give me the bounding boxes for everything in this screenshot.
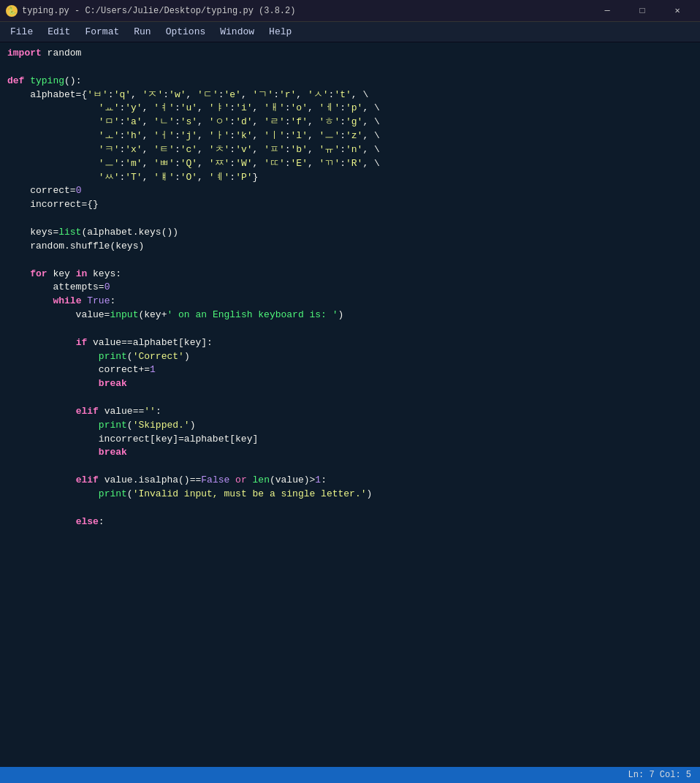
window-title: typing.py - C:/Users/Julie/Desktop/typin… — [22, 6, 295, 16]
menu-file[interactable]: File — [3, 23, 40, 40]
menu-format[interactable]: Format — [77, 23, 126, 40]
titlebar: 🐍 typing.py - C:/Users/Julie/Desktop/typ… — [0, 0, 700, 22]
close-button[interactable]: ✕ — [661, 0, 694, 22]
statusbar: Ln: 7 Col: 5 — [0, 767, 700, 783]
window-controls[interactable]: — □ ✕ — [590, 0, 694, 22]
menubar: File Edit Format Run Options Window Help — [0, 22, 700, 42]
menu-run[interactable]: Run — [126, 23, 158, 40]
maximize-button[interactable]: □ — [625, 0, 659, 22]
menu-help[interactable]: Help — [262, 23, 299, 40]
code-editor[interactable]: import random def typing(): alphabet={'ㅂ… — [0, 42, 700, 767]
menu-edit[interactable]: Edit — [40, 23, 77, 40]
minimize-button[interactable]: — — [590, 0, 624, 22]
menu-window[interactable]: Window — [213, 23, 262, 40]
app-icon: 🐍 — [6, 5, 18, 17]
menu-options[interactable]: Options — [159, 23, 213, 40]
code-content: import random def typing(): alphabet={'ㅂ… — [0, 47, 700, 529]
cursor-position: Ln: 7 Col: 5 — [628, 770, 691, 780]
titlebar-left: 🐍 typing.py - C:/Users/Julie/Desktop/typ… — [6, 5, 295, 17]
